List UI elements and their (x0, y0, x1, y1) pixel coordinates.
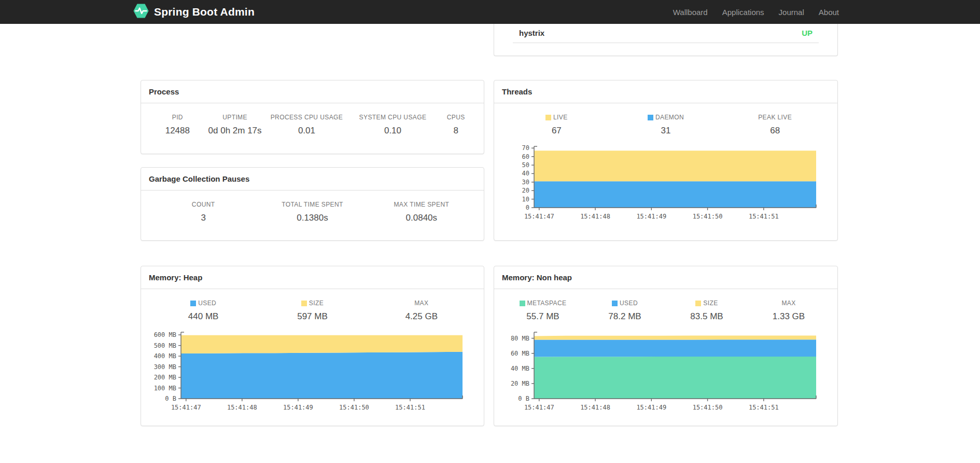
gc-panel-title: Garbage Collection Pauses (141, 168, 484, 190)
memory-nonheap-panel: Memory: Non heap METASPACE 55.7 MB USED (494, 266, 838, 426)
status-badge: UP (802, 29, 813, 37)
svg-text:15:41:47: 15:41:47 (171, 404, 201, 411)
nonheap-used-legend-swatch (612, 301, 618, 306)
svg-text:50: 50 (522, 161, 529, 169)
stat-nonheap-metaspace: METASPACE 55.7 MB (502, 299, 584, 322)
svg-text:400 MB: 400 MB (154, 352, 176, 360)
svg-text:30: 30 (522, 179, 529, 186)
nav-link-applications[interactable]: Applications (715, 8, 772, 17)
svg-text:15:41:50: 15:41:50 (693, 404, 723, 411)
svg-text:70: 70 (522, 144, 529, 152)
row-memory: Memory: Heap USED 440 MB SIZE (141, 266, 838, 426)
stat-nonheap-max: MAX 1.33 GB (748, 299, 830, 322)
stat-threads-peak-live: PEAK LIVE 68 (720, 114, 830, 136)
svg-text:15:41:51: 15:41:51 (749, 213, 779, 220)
brand-title: Spring Boot Admin (154, 6, 255, 18)
daemon-legend-swatch (648, 115, 653, 120)
threads-chart: 01020304050607015:41:4715:41:4815:41:491… (502, 142, 830, 221)
left-column: Process PID 12488 UPTIME 0d 0h 2m 17s PR… (141, 80, 484, 241)
top-navbar: Spring Boot Admin Wallboard Applications… (0, 0, 980, 24)
memory-heap-panel: Memory: Heap USED 440 MB SIZE (141, 266, 484, 426)
svg-text:15:41:47: 15:41:47 (524, 213, 554, 220)
right-column: Threads LIVE 67 (494, 80, 838, 241)
svg-text:200 MB: 200 MB (154, 374, 176, 381)
process-stats: PID 12488 UPTIME 0d 0h 2m 17s PROCESS CP… (149, 103, 476, 136)
application-name: hystrix (519, 29, 544, 37)
svg-text:15:41:48: 15:41:48 (580, 404, 610, 411)
nav-link-about[interactable]: About (811, 8, 839, 17)
brand-link[interactable]: Spring Boot Admin (133, 3, 255, 21)
application-status-row: hystrix UP (513, 24, 819, 43)
svg-text:15:41:49: 15:41:49 (283, 404, 313, 411)
stat-nonheap-used: USED 78.2 MB (584, 299, 666, 322)
svg-text:80 MB: 80 MB (511, 335, 529, 342)
svg-text:100 MB: 100 MB (154, 385, 176, 392)
svg-text:60: 60 (522, 153, 529, 160)
navbar-inner: Spring Boot Admin Wallboard Applications… (133, 3, 839, 21)
stat-gc-count: COUNT 3 (149, 201, 258, 223)
svg-text:40 MB: 40 MB (511, 365, 529, 372)
svg-text:15:41:50: 15:41:50 (693, 213, 723, 220)
live-legend-swatch (545, 115, 551, 120)
memory-nonheap-chart: 0 B20 MB40 MB60 MB80 MB15:41:4715:41:481… (502, 328, 830, 412)
stat-threads-live: LIVE 67 (502, 114, 611, 136)
svg-text:20 MB: 20 MB (511, 380, 529, 387)
threads-panel: Threads LIVE 67 (494, 80, 838, 241)
process-panel-title: Process (141, 80, 484, 103)
svg-text:0: 0 (526, 204, 529, 211)
main-content: hystrix UP Process PID 12488 UPTIME 0d 0… (141, 24, 838, 426)
memory-nonheap-stats: METASPACE 55.7 MB USED 78.2 MB (502, 289, 830, 322)
metaspace-legend-swatch (520, 301, 525, 306)
svg-text:15:41:51: 15:41:51 (395, 404, 425, 411)
stat-pid: PID 12488 (149, 114, 206, 136)
threads-panel-title: Threads (494, 80, 837, 103)
svg-text:15:41:49: 15:41:49 (636, 213, 666, 220)
gc-panel: Garbage Collection Pauses COUNT 3 TOTAL … (141, 167, 484, 241)
process-panel: Process PID 12488 UPTIME 0d 0h 2m 17s PR… (141, 80, 484, 154)
svg-text:600 MB: 600 MB (154, 331, 176, 338)
svg-text:15:41:48: 15:41:48 (580, 213, 610, 220)
memory-heap-panel-title: Memory: Heap (141, 266, 484, 289)
stat-nonheap-size: SIZE 83.5 MB (666, 299, 748, 322)
gc-stats: COUNT 3 TOTAL TIME SPENT 0.1380s MAX TIM… (149, 190, 476, 223)
nonheap-size-legend-swatch (695, 301, 701, 306)
stat-uptime: UPTIME 0d 0h 2m 17s (206, 114, 264, 136)
nav-links: Wallboard Applications Journal About (666, 8, 839, 17)
memory-nonheap-panel-title: Memory: Non heap (494, 266, 837, 289)
heap-size-legend-swatch (301, 301, 307, 306)
nav-link-journal[interactable]: Journal (772, 8, 811, 17)
stat-heap-max: MAX 4.25 GB (367, 299, 476, 322)
svg-text:300 MB: 300 MB (154, 363, 176, 371)
stat-heap-size: SIZE 597 MB (258, 299, 367, 322)
svg-text:15:41:51: 15:41:51 (749, 404, 779, 411)
memory-heap-chart: 0 B100 MB200 MB300 MB400 MB500 MB600 MB1… (149, 328, 476, 412)
memory-heap-stats: USED 440 MB SIZE 597 MB MAX (149, 289, 476, 322)
threads-stats: LIVE 67 DAEMON 31 (502, 103, 830, 136)
application-status-panel: hystrix UP (494, 24, 838, 56)
row-process-threads: Process PID 12488 UPTIME 0d 0h 2m 17s PR… (141, 80, 838, 241)
svg-text:15:41:49: 15:41:49 (636, 404, 666, 411)
svg-text:15:41:50: 15:41:50 (339, 404, 369, 411)
stat-gc-max-time: MAX TIME SPENT 0.0840s (367, 201, 476, 223)
stat-gc-total-time: TOTAL TIME SPENT 0.1380s (258, 201, 367, 223)
svg-text:60 MB: 60 MB (511, 350, 529, 357)
svg-text:20: 20 (522, 187, 529, 194)
svg-text:10: 10 (522, 196, 529, 203)
svg-text:0 B: 0 B (165, 395, 176, 402)
stat-heap-used: USED 440 MB (149, 299, 258, 322)
svg-text:500 MB: 500 MB (154, 342, 176, 349)
stat-threads-daemon: DAEMON 31 (611, 114, 721, 136)
svg-text:40: 40 (522, 170, 529, 177)
nav-link-wallboard[interactable]: Wallboard (666, 8, 715, 17)
pulse-hexagon-icon (133, 3, 149, 21)
svg-text:0 B: 0 B (518, 395, 529, 402)
svg-text:15:41:48: 15:41:48 (227, 404, 257, 411)
stat-cpus: CPUS 8 (436, 114, 476, 136)
stat-process-cpu-usage: PROCESS CPU USAGE 0.01 (263, 114, 349, 136)
svg-text:15:41:47: 15:41:47 (524, 404, 554, 411)
heap-used-legend-swatch (190, 301, 196, 306)
stat-system-cpu-usage: SYSTEM CPU USAGE 0.10 (349, 114, 436, 136)
